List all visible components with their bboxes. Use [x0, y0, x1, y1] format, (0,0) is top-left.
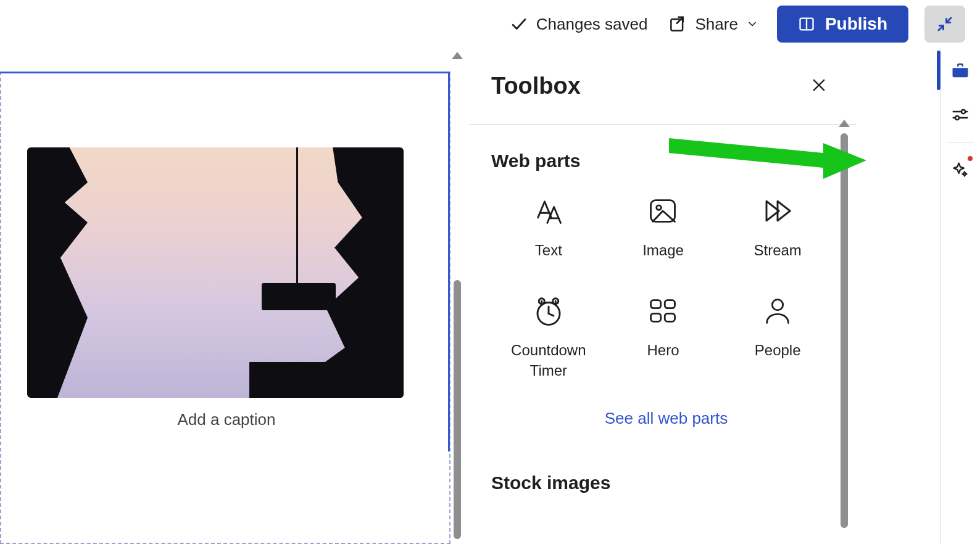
rail-active-indicator — [937, 51, 941, 90]
scroll-thumb[interactable] — [454, 280, 461, 539]
webpart-tile-image[interactable]: Image — [606, 189, 721, 265]
people-icon — [760, 294, 795, 328]
book-open-icon — [798, 15, 815, 33]
hero-icon — [646, 294, 680, 328]
image-webpart-photo[interactable] — [27, 147, 404, 398]
rail-divider — [947, 142, 974, 142]
webparts-grid: Text Image Stream Countdown Timer — [491, 189, 835, 385]
see-all-webparts-link[interactable]: See all web parts — [491, 409, 841, 428]
webpart-label: Text — [535, 241, 562, 260]
notification-dot-icon — [968, 156, 973, 161]
svg-rect-18 — [651, 314, 661, 322]
collapse-pane-button[interactable] — [924, 6, 965, 43]
save-status: Changes saved — [507, 12, 650, 36]
share-label: Share — [695, 15, 737, 34]
close-icon — [810, 76, 828, 94]
share-icon — [668, 15, 687, 33]
svg-rect-17 — [665, 300, 675, 308]
webpart-label: Hero — [647, 340, 679, 360]
panel-scrollbar[interactable] — [839, 120, 850, 544]
chevron-down-icon — [746, 18, 758, 30]
countdown-timer-icon — [531, 294, 566, 328]
stock-images-heading: Stock images — [491, 472, 841, 493]
webpart-tile-text[interactable]: Text — [491, 189, 606, 265]
svg-rect-19 — [665, 314, 675, 322]
toolbox-icon — [951, 61, 970, 80]
svg-point-24 — [955, 116, 959, 120]
command-bar: Changes saved Share Publish — [0, 0, 980, 49]
toolbox-title: Toolbox — [491, 73, 581, 99]
publish-button[interactable]: Publish — [777, 6, 908, 43]
webpart-tile-stream[interactable]: Stream — [720, 189, 835, 265]
collapse-icon — [936, 15, 954, 33]
webpart-label: Image — [642, 241, 684, 260]
toolbox-panel: Toolbox Web parts Text Image — [469, 48, 856, 544]
canvas-scrollbar[interactable] — [452, 52, 463, 544]
checkmark-icon — [510, 15, 528, 33]
svg-point-8 — [657, 205, 662, 210]
webpart-label: Countdown Timer — [499, 340, 598, 381]
right-rail — [940, 48, 980, 544]
image-caption-input[interactable]: Add a caption — [27, 410, 426, 429]
rail-tab-copilot[interactable] — [941, 147, 980, 192]
scroll-up-icon[interactable] — [452, 52, 463, 59]
svg-point-22 — [961, 110, 965, 113]
svg-rect-16 — [651, 300, 661, 308]
canvas-stage: Add a caption — [0, 48, 469, 544]
rail-tab-toolbox[interactable] — [941, 48, 980, 93]
publish-label: Publish — [825, 14, 887, 34]
image-icon — [646, 194, 680, 228]
save-status-label: Changes saved — [536, 15, 648, 34]
rail-tab-settings[interactable] — [941, 93, 980, 137]
svg-line-11 — [549, 314, 554, 316]
webparts-heading: Web parts — [491, 150, 841, 171]
text-icon — [531, 194, 566, 228]
webpart-label: People — [755, 340, 801, 360]
toolbox-body: Web parts Text Image Stream — [469, 120, 841, 544]
webpart-tile-countdown-timer[interactable]: Countdown Timer — [491, 289, 606, 385]
scroll-thumb[interactable] — [841, 133, 848, 528]
sliders-icon — [951, 105, 970, 124]
svg-point-20 — [772, 300, 783, 310]
sparkle-icon — [952, 161, 969, 178]
scroll-up-icon[interactable] — [839, 120, 850, 127]
toolbox-header: Toolbox — [469, 48, 856, 125]
share-button[interactable]: Share — [666, 12, 760, 36]
webpart-tile-hero[interactable]: Hero — [606, 289, 721, 385]
stream-icon — [760, 194, 795, 228]
svg-rect-0 — [671, 19, 683, 31]
close-button[interactable] — [810, 76, 828, 96]
webpart-tile-people[interactable]: People — [720, 289, 835, 385]
image-webpart-selected[interactable]: Add a caption — [0, 72, 450, 451]
webpart-label: Stream — [754, 241, 801, 260]
